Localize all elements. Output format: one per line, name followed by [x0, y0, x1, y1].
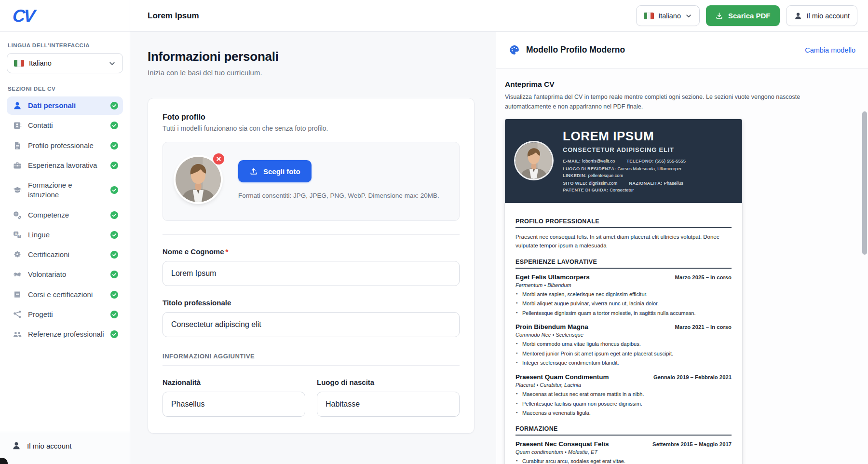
cv-body: PROFILO PROFESSIONALEPraesent nec conseq…: [505, 203, 742, 464]
sidebar-language-select[interactable]: Italiano: [7, 53, 123, 73]
sidebar-item-label: Volontariato: [28, 270, 105, 279]
sidebar-item-label: Formazione e istruzione: [28, 180, 105, 200]
italy-flag-icon: [644, 13, 654, 19]
sidebar-item-label: Lingue: [28, 230, 105, 240]
main-area: Lorem Ipsum Italiano Scarica PDF Il mio: [130, 0, 868, 464]
name-label-text: Nome e Cognome: [163, 247, 224, 256]
cv-section-heading: ESPERIENZE LAVORATIVE: [515, 259, 732, 269]
cv-name: LOREM IPSUM: [563, 129, 732, 144]
cv-entry-date: Marzo 2025 – In corso: [675, 274, 732, 280]
palette-icon: [509, 44, 520, 55]
cv-entry: Praesent Nec Consequat FelisSettembre 20…: [515, 440, 732, 464]
nationality-input[interactable]: [163, 392, 305, 417]
topbar-language-select[interactable]: Italiano: [636, 5, 700, 26]
check-circle-icon: [110, 291, 118, 299]
sidebar-item-volontariato[interactable]: Volontariato: [7, 265, 123, 284]
photo-section-hint: Tutti i modelli funzionano sia con che s…: [163, 124, 460, 132]
sidebar-item-formazione-istruzione[interactable]: Formazione e istruzione: [7, 176, 123, 205]
photo-upload-box: Scegli foto Formati consentiti: JPG, JPE…: [163, 142, 460, 221]
preview-scrollbar-thumb[interactable]: [862, 111, 867, 255]
nationality-field-group: Nazionalità: [163, 378, 305, 417]
chevron-down-icon: [108, 60, 116, 67]
cv-section-heading: PROFILO PROFESSIONALE: [515, 218, 732, 228]
sidebar-item-esperienza-lavorativa[interactable]: Esperienza lavorativa: [7, 156, 123, 175]
language-value: Italiano: [29, 59, 52, 67]
cv-preview-page: LOREM IPSUM CONSECTETUR ADIPISCING ELIT …: [505, 119, 742, 464]
birthplace-input[interactable]: [317, 392, 460, 417]
sidebar-item-label: Dati personali: [28, 101, 105, 110]
check-circle-icon: [110, 330, 118, 338]
sidebar-item-lingue[interactable]: AZLingue: [7, 226, 123, 244]
page-subtitle: Inizia con le basi del tuo curriculum.: [148, 68, 475, 77]
sidebar-item-label: Certificazioni: [28, 250, 105, 259]
required-mark: *: [226, 247, 229, 256]
cv-contact-row: LUOGO DI RESIDENZA: Cursus Malesuada, Ul…: [563, 166, 732, 178]
sidebar-account-button[interactable]: Il mio account: [12, 441, 118, 450]
sidebar-footer: Il mio account: [0, 432, 130, 464]
cv-contact-row: SITO WEB: dignissim.comNAZIONALITÀ: Phas…: [563, 181, 732, 192]
name-input[interactable]: [163, 261, 460, 286]
cv-entry-bullets: Curabitur arcu arcu, sodales eget erat v…: [515, 458, 732, 464]
sidebar-item-label: Progetti: [28, 310, 105, 319]
cv-entry-date: Marzo 2021 – In corso: [675, 324, 732, 330]
topbar-account-button[interactable]: Il mio account: [786, 5, 857, 26]
sidebar-item-dati-personali[interactable]: Dati personali: [7, 96, 123, 115]
cv-bullet: Morbi ante sapien, scelerisque nec digni…: [515, 291, 732, 299]
people-icon: [13, 329, 22, 339]
cv-entry-head: Praesent Nec Consequat FelisSettembre 20…: [515, 440, 732, 448]
cv-entry: Praesent Quam CondimentumGennaio 2019 – …: [515, 373, 732, 417]
choose-photo-button[interactable]: Scegli foto: [238, 160, 312, 182]
check-circle-icon: [110, 162, 118, 169]
cv-entry-head: Eget Felis UllamcorpersMarzo 2025 – In c…: [515, 273, 732, 281]
page-title: Informazioni personali: [148, 49, 475, 64]
cv-bullet: Maecenas at lectus nec erat ornare matti…: [515, 391, 732, 398]
nationality-label: Nazionalità: [163, 378, 305, 386]
user-icon: [794, 12, 802, 20]
cv-header: LOREM IPSUM CONSECTETUR ADIPISCING ELIT …: [505, 119, 742, 203]
cv-entry: Eget Felis UllamcorpersMarzo 2025 – In c…: [515, 273, 732, 317]
form-column: Informazioni personali Inizia con le bas…: [130, 32, 496, 464]
italy-flag-icon: [14, 60, 24, 67]
download-pdf-button[interactable]: Scarica PDF: [706, 5, 780, 26]
handshake-icon: [13, 270, 22, 279]
cv-contacts: E-MAIL: lobortis@velit.coTELEFONO: (555)…: [563, 159, 732, 192]
birthplace-label: Luogo di nascita: [317, 378, 460, 386]
sidebar-item-progetti[interactable]: Progetti: [7, 305, 123, 324]
template-title: Modello Profilo Moderno: [526, 45, 625, 55]
interface-language-label: LINGUA DELL'INTERFACCIA: [7, 42, 123, 48]
share-nodes-icon: [13, 310, 22, 319]
cv-bullet: Morbi aliquet augue pulvinar, viverra nu…: [515, 300, 732, 308]
cv-header-text: LOREM IPSUM CONSECTETUR ADIPISCING ELIT …: [563, 129, 732, 192]
photo-section-title: Foto profilo: [163, 113, 460, 122]
cv-bullet: Pellentesque dignissim quam a tortor mol…: [515, 310, 732, 317]
sidebar-item-certificazioni[interactable]: Certificazioni: [7, 246, 123, 264]
cv-entry-title: Eget Felis Ullamcorpers: [515, 273, 590, 281]
sidebar-item-competenze[interactable]: Competenze: [7, 206, 123, 224]
avatar-wrap: [176, 157, 221, 202]
sidebar-item-label: Referenze professionali: [28, 329, 105, 339]
check-circle-icon: [110, 311, 118, 318]
cv-entry-date: Settembre 2015 – Maggio 2017: [652, 441, 732, 447]
sidebar-item-contatti[interactable]: Contatti: [7, 116, 123, 135]
cv-contact-item: SITO WEB: dignissim.com: [563, 181, 617, 186]
cv-entry-bullets: Morbi ante sapien, scelerisque nec digni…: [515, 291, 732, 317]
name-label: Nome e Cognome*: [163, 247, 460, 256]
sidebar-account-label: Il mio account: [27, 442, 72, 450]
cv-contact-item: TELEFONO: (555) 555-5555: [626, 159, 686, 164]
name-field-group: Nome e Cognome*: [163, 247, 460, 286]
cv-contact-row: E-MAIL: lobortis@velit.coTELEFONO: (555)…: [563, 159, 732, 164]
remove-photo-button[interactable]: [212, 152, 225, 165]
cv-entry-meta: Commodo Nec • Scelerisque: [515, 332, 732, 338]
cv-entry-head: Proin Bibendum MagnaMarzo 2021 – In cors…: [515, 323, 732, 330]
sidebar-item-label: Competenze: [28, 210, 105, 220]
professional-title-input[interactable]: [163, 312, 460, 337]
cv-entry-date: Gennaio 2019 – Febbraio 2021: [653, 374, 732, 380]
cv-entry-meta: Fermentum • Bibendum: [515, 282, 732, 288]
sidebar-item-corsi-certificazioni[interactable]: Corsi e certificazioni: [7, 286, 123, 304]
sidebar-item-referenze-professionali[interactable]: Referenze professionali: [7, 325, 123, 343]
change-template-link[interactable]: Cambia modello: [805, 46, 855, 54]
topbar-language-value: Italiano: [658, 12, 681, 20]
sidebar-item-profilo-professionale[interactable]: Profilo professionale: [7, 136, 123, 155]
badge-icon: [13, 250, 22, 259]
sidebar-item-label: Contatti: [28, 121, 105, 130]
